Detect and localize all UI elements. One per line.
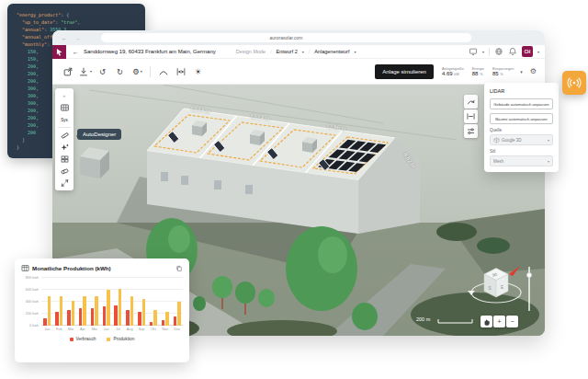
metric-unit: %	[480, 73, 482, 76]
bar-produktion	[119, 289, 122, 326]
undo-button[interactable]: ↺	[96, 64, 109, 78]
chevron-down-icon[interactable]: ▾	[482, 50, 484, 54]
bar-verbrauch	[67, 310, 71, 326]
metric-value: 88	[472, 71, 479, 76]
lidar-waves-icon	[567, 75, 582, 90]
zoom-out-button[interactable]: −	[506, 316, 518, 327]
metric-unit: %	[500, 73, 503, 76]
bar-produktion	[165, 312, 169, 326]
divider	[489, 48, 490, 56]
x-tick-label: Apr	[76, 327, 88, 331]
fit-trees-button[interactable]: Bäume automatisch anpassen	[490, 113, 553, 124]
x-tick-label: Sep	[136, 327, 148, 331]
chevron-down-icon: ▾	[548, 138, 549, 143]
gear-icon: ⚙	[132, 67, 140, 76]
page: "energy_product": { "up_to_date": "true"…	[0, 0, 588, 379]
bar-group	[100, 278, 112, 326]
bar-verbrauch	[150, 322, 153, 326]
pan-hand-button[interactable]	[481, 316, 492, 327]
simulate-button[interactable]: Anlage simulieren	[375, 64, 434, 79]
autodesigner-sparkle-tool[interactable]	[58, 143, 71, 152]
ruler-tool[interactable]	[58, 131, 71, 140]
x-tick-label: Mai	[88, 327, 100, 331]
bar-group	[76, 278, 88, 326]
y-tick-label: 200 kwh	[26, 312, 39, 316]
fit-buildings-button[interactable]: Gebäude automatisch anpassen	[490, 98, 553, 109]
x-tick-label: Okt	[147, 327, 159, 331]
bar-group	[53, 278, 65, 326]
chevron-down-icon[interactable]: ▾	[537, 50, 539, 54]
chevron-down-icon[interactable]: ▾	[354, 50, 356, 54]
copy-icon[interactable]	[175, 265, 183, 272]
zoom-in-button[interactable]: +	[493, 316, 505, 327]
anlagenentwurf-dropdown[interactable]: Anlagenentwurf	[314, 49, 349, 54]
back-button[interactable]: ←	[73, 49, 79, 55]
chart-x-axis: JanFebMärAprMaiJunJulAugSepOktNovDez	[41, 327, 183, 331]
legend-label: Verbrauch	[76, 337, 96, 341]
bar-group	[159, 278, 171, 326]
quelle-select[interactable]: Google 3D ▾	[490, 134, 553, 145]
x-tick-label: Dez	[171, 327, 183, 331]
cube-east-label: E	[501, 285, 503, 290]
chart-bars	[41, 278, 183, 326]
globe-icon[interactable]	[494, 47, 503, 56]
x-tick-label: Aug	[124, 327, 136, 331]
chevron-down-icon[interactable]: ▾	[520, 69, 523, 75]
chevron-down-icon[interactable]: ▾	[302, 50, 304, 54]
stil-select[interactable]: Mesh ▾	[490, 155, 553, 167]
sys-tool[interactable]: Sys	[58, 115, 71, 124]
metric-anlagengroesse: Anlagengröße 4.69 kW	[442, 67, 464, 76]
bar-verbrauch	[114, 305, 118, 326]
avatar[interactable]: CH	[522, 46, 533, 57]
divider	[58, 127, 71, 128]
expand-arrows-tool[interactable]	[58, 178, 71, 188]
display-icon[interactable]	[469, 47, 478, 56]
settings-gear-button[interactable]: ⚙ ▾	[130, 64, 144, 78]
chevron-down-icon[interactable]: ▾	[90, 69, 92, 74]
chart-plot	[41, 278, 183, 326]
export-image-button[interactable]	[61, 64, 74, 78]
bar-group	[41, 278, 53, 326]
x-tick-label: Jun	[100, 327, 112, 331]
entwurf-dropdown[interactable]: Entwurf 2	[277, 49, 298, 54]
spacing-measure-button[interactable]	[174, 64, 187, 78]
aurora-logo	[52, 45, 66, 59]
download-button[interactable]: ▾	[78, 64, 92, 78]
bar-verbrauch	[162, 320, 165, 326]
arc-tool-button[interactable]	[464, 95, 478, 109]
lidar-toggle-button[interactable]	[562, 71, 586, 95]
project-address: Sanddornweg 19, 60433 Frankfurt am Main,…	[84, 49, 216, 54]
address-bar[interactable]: aurorasolar.com	[101, 33, 471, 42]
chart-y-axis: 0 kwh200 kwh400 kwh600 kwh800 kwh	[21, 278, 41, 326]
quelle-value: Google 3D	[502, 138, 546, 143]
panels-grid-tool[interactable]	[58, 103, 71, 112]
layout-grid-tool[interactable]	[58, 155, 71, 164]
lidar-panel-title: LIDAR	[490, 88, 553, 94]
bar-produktion	[153, 310, 157, 326]
bar-produktion	[95, 296, 98, 326]
arc-tool-button[interactable]	[156, 64, 170, 78]
monthly-production-card: Monatliche Produktion (kWh) 0 kwh200 kwh…	[15, 258, 189, 362]
bar-produktion	[107, 290, 110, 326]
metric-energie: Energie 88 %	[472, 67, 484, 76]
bar-produktion	[83, 296, 86, 326]
lidar-panel: LIDAR Gebäude automatisch anpassen Bäume…	[484, 83, 559, 172]
slider-handle[interactable]	[526, 272, 531, 277]
bar-verbrauch	[126, 310, 130, 326]
breadcrumb: Design Mode / Entwurf 2 ▾ / Anlagenentwu…	[236, 49, 356, 54]
measure-tool-button[interactable]	[464, 109, 478, 123]
browser-forward-icon[interactable]: →	[74, 35, 81, 41]
collapse-panel-icon[interactable]: »	[58, 91, 71, 100]
metric-unit: kW	[454, 73, 458, 76]
bell-icon[interactable]	[508, 47, 517, 56]
browser-back-icon[interactable]: ←	[62, 35, 68, 41]
filters-tool-button[interactable]	[464, 124, 478, 138]
bar-verbrauch	[55, 312, 59, 326]
gear-icon[interactable]: ⚙	[530, 67, 537, 75]
y-tick-label: 600 kwh	[26, 288, 39, 292]
y-tick-label: 800 kwh	[26, 276, 39, 280]
design-mode-label: Design Mode	[236, 49, 266, 54]
redo-button[interactable]: ↻	[113, 64, 127, 78]
eraser-tool[interactable]	[58, 167, 71, 176]
sun-irradiance-button[interactable]: ☀	[191, 64, 205, 78]
